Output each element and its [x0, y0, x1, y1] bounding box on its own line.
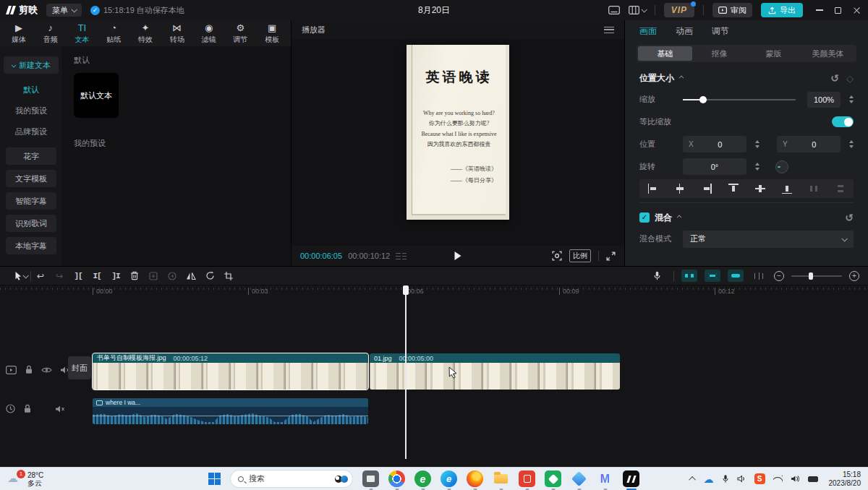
clock[interactable]: 15:18 2023/8/20 — [829, 470, 861, 488]
audio-clip[interactable]: where I wa... — [93, 398, 368, 424]
scale-slider-handle[interactable] — [699, 96, 707, 103]
reverse-button[interactable] — [163, 272, 182, 280]
rotate-knob[interactable] — [775, 160, 788, 173]
blend-mode-dropdown[interactable]: 正常 — [683, 231, 854, 248]
position-y-input[interactable]: Y0 — [777, 136, 841, 152]
start-button[interactable] — [208, 473, 221, 485]
tab-transitions[interactable]: ⋈转场 — [161, 22, 193, 45]
fullscreen-icon[interactable] — [606, 252, 616, 261]
screenshot-app-icon[interactable] — [362, 470, 379, 487]
sidebar-item-my-presets[interactable]: 我的预设 — [15, 100, 47, 121]
tab-templates[interactable]: ▣模板 — [256, 22, 288, 45]
taskbar-search[interactable]: 搜索 — [230, 470, 353, 488]
reset-icon[interactable]: ↺ — [830, 72, 839, 84]
cover-button[interactable]: 封面 — [68, 356, 91, 379]
ratio-button[interactable]: 比例 — [569, 249, 591, 262]
sidebar-item-brand-presets[interactable]: 品牌预设 — [15, 121, 47, 142]
subtab-mask[interactable]: 蒙版 — [746, 46, 801, 61]
stepper-up-icon[interactable] — [849, 95, 854, 98]
mirror-button[interactable] — [182, 272, 200, 280]
review-button[interactable]: 审阅 — [712, 3, 752, 17]
volume-icon[interactable] — [791, 475, 800, 483]
red-app-icon[interactable] — [519, 470, 535, 487]
collapse-icon[interactable] — [677, 215, 682, 220]
default-text-card[interactable]: 默认文本 — [74, 73, 119, 118]
track-options-icon[interactable] — [6, 366, 17, 374]
scale-value[interactable]: 100% — [807, 92, 841, 108]
menu-button[interactable]: 菜单 — [46, 4, 82, 17]
scale-stepper[interactable] — [849, 95, 854, 103]
blue-diamond-app-icon[interactable] — [571, 470, 587, 487]
x-stepper[interactable] — [755, 140, 760, 148]
close-button[interactable] — [853, 7, 861, 14]
collapse-icon[interactable] — [679, 76, 684, 81]
tab-effects[interactable]: ✦特效 — [129, 22, 161, 45]
align-center-vertical-button[interactable] — [746, 179, 773, 198]
mute-icon[interactable] — [55, 405, 65, 413]
sidebar-item-text-template[interactable]: 文字模板 — [6, 170, 56, 187]
timeline-ruler[interactable]: 00:00 00:03 00:06 00:09 00:12 — [0, 285, 868, 297]
sidebar-item-local-subtitles[interactable]: 本地字幕 — [6, 237, 56, 254]
m-app-icon[interactable]: M — [597, 470, 613, 487]
audio-track-icon[interactable] — [6, 404, 15, 413]
tab-adjustment[interactable]: 调节 — [712, 25, 729, 38]
preview-axis-toggle[interactable] — [751, 270, 767, 282]
stepper-down-icon[interactable] — [849, 100, 854, 103]
align-bottom-button[interactable] — [773, 179, 800, 198]
capcut-taskbar-icon[interactable] — [623, 470, 639, 487]
subtab-beauty[interactable]: 美颜美体 — [801, 46, 855, 61]
player-menu-icon[interactable] — [604, 27, 614, 33]
restore-button[interactable] — [835, 7, 841, 14]
tray-s-app-icon[interactable]: S — [754, 473, 765, 484]
preview-stage[interactable]: 英语晚读 Why are you working so hard? 你为什么要那… — [292, 39, 624, 246]
tab-picture[interactable]: 画面 — [639, 25, 657, 38]
tab-text[interactable]: TI文本 — [67, 22, 98, 45]
timeline-clip-2[interactable]: 01.jpg 00:00:05:00 — [370, 353, 620, 390]
position-x-input[interactable]: X0 — [683, 136, 746, 152]
lock-icon[interactable] — [25, 365, 33, 374]
timeline-zoom-slider[interactable] — [791, 275, 842, 277]
distribute-vertical-button[interactable] — [827, 179, 854, 198]
redo-button[interactable]: ↪ — [50, 271, 69, 281]
audio-gain-line[interactable] — [93, 416, 368, 416]
record-voiceover-button[interactable] — [647, 271, 666, 280]
linkage-toggle[interactable] — [728, 270, 744, 282]
eye-icon[interactable] — [41, 366, 52, 374]
trim-left-button[interactable]: I[ — [88, 272, 106, 280]
rotate-stepper[interactable] — [755, 163, 760, 171]
timeline-zoom-out-button[interactable]: − — [774, 271, 784, 281]
magnetic-snap-toggle[interactable] — [681, 270, 697, 282]
align-top-button[interactable] — [720, 179, 746, 198]
frames-view-icon[interactable] — [396, 252, 407, 259]
minimize-button[interactable] — [816, 9, 823, 11]
y-stepper[interactable] — [849, 140, 854, 148]
align-left-button[interactable] — [639, 179, 666, 198]
quality-focus-icon[interactable] — [552, 251, 562, 261]
timeline-clip-1[interactable]: 书单号自制模板海报.jpg 00:00:05:12 — [93, 353, 368, 390]
sidebar-item-lyrics-recognition[interactable]: 识别歌词 — [6, 215, 56, 232]
tab-animation[interactable]: 动画 — [676, 25, 693, 38]
tab-sticker[interactable]: ◔贴纸 — [98, 22, 129, 45]
edge-icon[interactable]: e — [441, 470, 457, 487]
play-button[interactable] — [455, 252, 461, 260]
layout-switch-icon[interactable] — [629, 6, 646, 14]
shortcut-keyboard-icon[interactable] — [608, 6, 620, 14]
file-explorer-icon[interactable] — [493, 470, 509, 487]
split-button[interactable]: ][ — [69, 272, 88, 280]
sidebar-item-fancy-text[interactable]: 花字 — [6, 147, 56, 165]
vip-badge[interactable]: VIP — [664, 3, 694, 17]
lock-icon[interactable] — [23, 404, 32, 413]
playhead[interactable] — [405, 285, 407, 459]
rotate-input[interactable]: 0° — [683, 158, 746, 175]
subtab-keying[interactable]: 抠像 — [692, 46, 746, 61]
scale-slider[interactable] — [683, 99, 796, 100]
subtab-basic[interactable]: 基础 — [638, 46, 692, 61]
reset-icon[interactable]: ↺ — [845, 212, 854, 223]
tray-expand-icon[interactable] — [689, 476, 696, 483]
export-button[interactable]: 导出 — [761, 3, 803, 17]
green-app-icon[interactable] — [545, 470, 561, 487]
trim-right-button[interactable]: ]I — [106, 272, 125, 280]
onedrive-icon[interactable]: ☁ — [704, 474, 714, 484]
rotate-button[interactable] — [200, 271, 219, 280]
timeline-zoom-in-button[interactable]: + — [849, 271, 859, 281]
